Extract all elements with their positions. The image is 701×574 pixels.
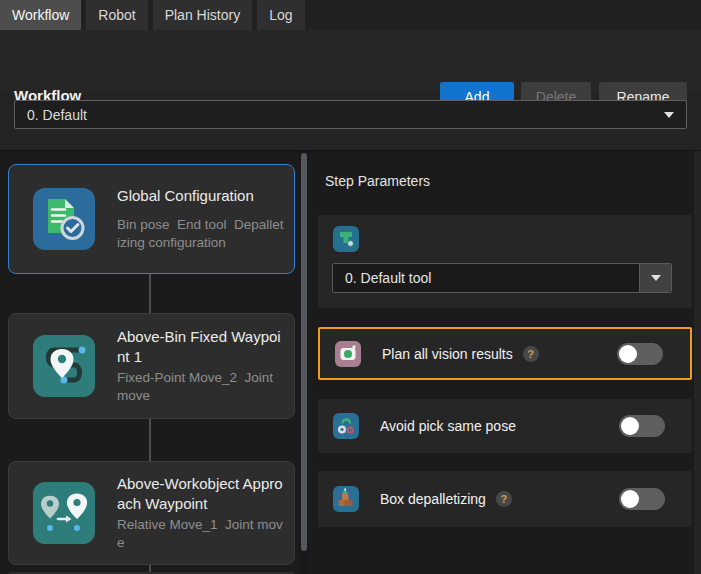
step-card-above-workobject-approach-waypoint[interactable]: Above-Workobject Approach Waypoint Relat… (8, 461, 295, 565)
box-depalletizing-toggle[interactable] (619, 488, 665, 510)
fixed-point-move-icon (33, 335, 95, 397)
step-subtitle: Fixed-Point Move_2 Joint move (117, 369, 284, 405)
step-card-text: Above-Bin Fixed Waypoint 1 Fixed-Point M… (117, 327, 284, 406)
toggle-label: Avoid pick same pose (380, 418, 516, 434)
end-tool-icon (333, 226, 359, 252)
step-card-text: Global Configuration Bin pose End tool D… (117, 186, 284, 253)
tab-log[interactable]: Log (257, 0, 304, 30)
tool-selector-value: 0. Default tool (333, 270, 639, 286)
step-card-text: Above-Workobject Approach Waypoint Relat… (117, 474, 284, 553)
tool-selector-arrow[interactable] (639, 264, 671, 292)
step-subtitle: Bin pose End tool Depalletizing configur… (117, 216, 284, 252)
step-title: Global Configuration (117, 186, 284, 206)
tab-plan-history[interactable]: Plan History (153, 0, 252, 30)
tab-robot[interactable]: Robot (86, 0, 147, 30)
toggle-label: Box depalletizing (380, 491, 486, 507)
step-subtitle: Relative Move_1 Joint move (117, 516, 284, 552)
toggle-knob (621, 490, 639, 508)
right-scrollbar[interactable] (694, 151, 701, 574)
toggle-knob (619, 345, 637, 363)
workflow-step-list: Global Configuration Bin pose End tool D… (0, 151, 299, 574)
tab-bar: Workflow Robot Plan History Log (0, 0, 701, 30)
help-icon[interactable]: ? (523, 346, 539, 362)
toggle-row-box-depalletizing: Box depalletizing ? (318, 471, 692, 527)
workflow-selector[interactable]: 0. Default (14, 100, 687, 129)
workflow-header: Workflow Add Delete Rename (0, 30, 701, 92)
connector-line (149, 565, 151, 572)
global-configuration-icon (33, 188, 95, 250)
workflow-selector-value: 0. Default (27, 107, 87, 123)
chevron-down-icon (664, 112, 674, 118)
step-title: Above-Bin Fixed Waypoint 1 (117, 327, 284, 368)
step-parameters-title: Step Parameters (325, 173, 430, 189)
toggle-label: Plan all vision results (382, 346, 513, 362)
chevron-down-icon (651, 275, 661, 281)
tool-selector-group: 0. Default tool (318, 215, 692, 308)
help-icon[interactable]: ? (496, 491, 512, 507)
tool-selector[interactable]: 0. Default tool (332, 263, 672, 293)
toggle-knob (621, 417, 639, 435)
step-title: Above-Workobject Approach Waypoint (117, 474, 284, 515)
step-card-above-bin-fixed-waypoint[interactable]: Above-Bin Fixed Waypoint 1 Fixed-Point M… (8, 313, 295, 419)
step-card-global-configuration[interactable]: Global Configuration Bin pose End tool D… (8, 164, 295, 274)
connector-line (149, 419, 151, 461)
left-scrollbar-thumb[interactable] (301, 153, 307, 551)
step-parameters-panel: Step Parameters 0. Default tool Pla (308, 151, 694, 574)
box-depalletizing-icon (333, 486, 359, 512)
vision-result-icon (335, 341, 361, 367)
toggle-row-plan-all-vision-results: Plan all vision results ? (318, 327, 692, 380)
tab-workflow[interactable]: Workflow (0, 0, 81, 30)
avoid-pose-gears-icon (333, 413, 359, 439)
connector-line (149, 274, 151, 313)
toggle-row-avoid-pick-same-pose: Avoid pick same pose (318, 399, 692, 453)
avoid-pick-same-pose-toggle[interactable] (619, 415, 665, 437)
relative-move-icon (33, 482, 95, 544)
plan-all-vision-results-toggle[interactable] (617, 343, 663, 365)
main-area: Global Configuration Bin pose End tool D… (0, 150, 701, 574)
